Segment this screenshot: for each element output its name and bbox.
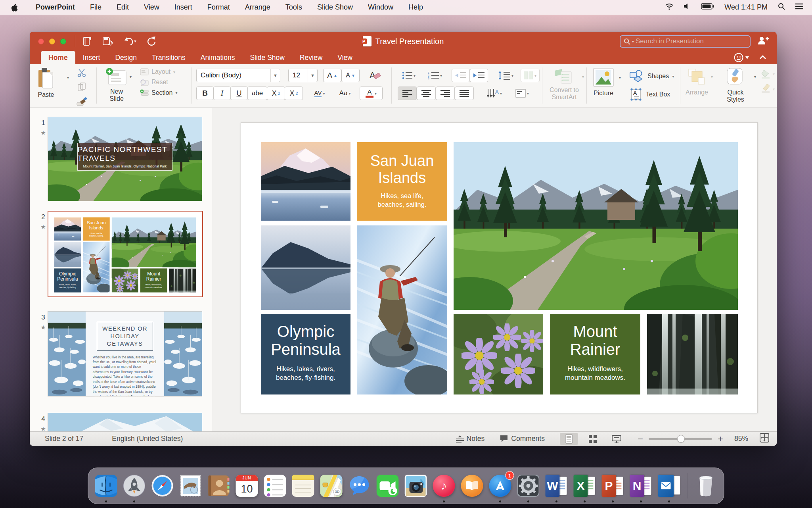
strikethrough-button[interactable]: abe bbox=[247, 87, 267, 100]
align-right-button[interactable] bbox=[436, 87, 455, 100]
zoom-button[interactable] bbox=[60, 38, 66, 44]
underline-button[interactable]: U bbox=[230, 87, 248, 100]
tab-animations[interactable]: Animations bbox=[193, 51, 243, 64]
thumbnail-slide-3[interactable]: 3 ★ WEEKEND OR HOLIDAY GETAWAYS Whether … bbox=[38, 311, 202, 396]
layout-button[interactable]: Layout▾ bbox=[140, 68, 177, 75]
bold-button[interactable]: B bbox=[196, 87, 214, 100]
menu-file[interactable]: File bbox=[82, 3, 109, 12]
tab-transitions[interactable]: Transitions bbox=[144, 51, 193, 64]
thumbnail-slide-1[interactable]: 1 ★ PACIFIC NORTHWEST TRAVELS Mount Rain… bbox=[38, 117, 202, 201]
increase-indent-button[interactable] bbox=[470, 69, 488, 82]
shape-outline-icon[interactable]: ▾ bbox=[761, 84, 775, 94]
cut-icon[interactable] bbox=[77, 68, 86, 79]
menu-format[interactable]: Format bbox=[200, 3, 237, 12]
tab-insert[interactable]: Insert bbox=[75, 51, 108, 64]
columns-button[interactable]: ▾ bbox=[521, 69, 540, 82]
photo-fly-fisherman[interactable] bbox=[357, 225, 447, 394]
dock-messages-icon[interactable] bbox=[347, 473, 372, 498]
search-input[interactable] bbox=[636, 37, 747, 45]
menu-app-name[interactable]: PowerPoint bbox=[28, 3, 82, 12]
menu-help[interactable]: Help bbox=[401, 3, 431, 12]
menu-view[interactable]: View bbox=[136, 3, 167, 12]
shapes-button[interactable]: Shapes▾ bbox=[629, 70, 674, 83]
increase-font-button[interactable]: A▲ bbox=[323, 69, 341, 82]
tab-slide-show[interactable]: Slide Show bbox=[242, 51, 292, 64]
spotlight-icon[interactable] bbox=[778, 3, 785, 12]
paste-caret[interactable]: ▾ bbox=[67, 75, 69, 80]
arrange-button[interactable]: ▾ Arrange bbox=[686, 67, 708, 96]
superscript-button[interactable]: X2 bbox=[267, 87, 285, 100]
font-name-combo[interactable]: Calibri (Body)▼ bbox=[196, 69, 280, 82]
zoom-slider[interactable] bbox=[649, 438, 712, 440]
italic-button[interactable]: I bbox=[213, 87, 231, 100]
normal-view-button[interactable] bbox=[560, 433, 578, 445]
dock-maps-icon[interactable]: 3D bbox=[319, 473, 344, 498]
zoom-out-button[interactable]: − bbox=[638, 433, 643, 444]
format-painter-icon[interactable] bbox=[77, 97, 87, 108]
save-icon[interactable] bbox=[102, 36, 113, 46]
dock-reminders-icon[interactable] bbox=[263, 473, 287, 498]
photo-waterfall[interactable] bbox=[647, 314, 738, 394]
dock-notes-icon[interactable] bbox=[291, 473, 316, 498]
wifi-icon[interactable] bbox=[665, 3, 674, 12]
dock-trash-icon[interactable] bbox=[694, 473, 718, 498]
copy-icon[interactable] bbox=[77, 82, 86, 93]
undo-icon[interactable] bbox=[123, 37, 136, 46]
slideshow-view-button[interactable] bbox=[607, 433, 626, 445]
dock-onenote-icon[interactable]: N bbox=[629, 473, 653, 498]
photo-mountain-bay[interactable] bbox=[261, 142, 350, 221]
apple-menu[interactable] bbox=[11, 4, 18, 12]
new-slide-button[interactable]: New Slide bbox=[103, 67, 130, 103]
search-box[interactable]: ▾ bbox=[620, 35, 751, 48]
line-spacing-button[interactable]: ▾ bbox=[494, 69, 518, 82]
comments-button[interactable]: Comments bbox=[500, 435, 545, 443]
change-case-button[interactable]: Aa▾ bbox=[333, 87, 356, 100]
bullets-button[interactable]: ▾ bbox=[398, 69, 420, 82]
dock-word-icon[interactable]: W bbox=[544, 473, 569, 498]
collapse-ribbon-icon[interactable] bbox=[759, 54, 766, 61]
menu-edit[interactable]: Edit bbox=[109, 3, 136, 12]
menu-insert[interactable]: Insert bbox=[167, 3, 200, 12]
menu-slide-show[interactable]: Slide Show bbox=[310, 3, 360, 12]
dock-ibooks-icon[interactable] bbox=[460, 473, 485, 498]
align-left-button[interactable] bbox=[398, 87, 417, 100]
menu-clock[interactable]: Wed 1:41 PM bbox=[724, 3, 768, 12]
justify-button[interactable] bbox=[455, 87, 474, 100]
notification-center-icon[interactable] bbox=[795, 3, 803, 12]
volume-icon[interactable] bbox=[684, 3, 691, 12]
character-spacing-button[interactable]: AV▾ bbox=[307, 87, 332, 100]
text-direction-button[interactable]: A ▾ bbox=[482, 87, 507, 100]
dock-finder-icon[interactable] bbox=[94, 473, 119, 498]
font-size-combo[interactable]: 12▼ bbox=[288, 69, 318, 82]
redo-icon[interactable] bbox=[146, 36, 156, 46]
decrease-indent-button[interactable] bbox=[452, 69, 470, 82]
picture-caret[interactable]: ▾ bbox=[619, 75, 621, 80]
dock-outlook-icon[interactable] bbox=[657, 473, 682, 498]
decrease-font-button[interactable]: A▼ bbox=[341, 69, 360, 82]
dock-safari-icon[interactable] bbox=[150, 473, 175, 498]
zoom-slider-thumb[interactable] bbox=[677, 435, 685, 443]
notes-button[interactable]: Notes bbox=[456, 435, 485, 443]
battery-icon[interactable] bbox=[701, 3, 714, 12]
menu-arrange[interactable]: Arrange bbox=[237, 3, 278, 12]
dock-calendar-icon[interactable]: JUN 10 bbox=[235, 473, 259, 498]
search-scope-caret[interactable]: ▾ bbox=[632, 39, 634, 44]
menu-tools[interactable]: Tools bbox=[278, 3, 310, 12]
shape-fill-icon[interactable]: ▾ bbox=[761, 69, 775, 79]
convert-smartart-button[interactable]: ▾ Convert to SmartArt bbox=[545, 68, 583, 101]
dock-photo-booth-icon[interactable] bbox=[404, 473, 428, 498]
tab-home[interactable]: Home bbox=[41, 51, 75, 64]
tab-review[interactable]: Review bbox=[292, 51, 330, 64]
tab-view[interactable]: View bbox=[330, 51, 360, 64]
slide-sorter-view-button[interactable] bbox=[584, 433, 602, 445]
san-juan-block[interactable]: San Juan Islands Hikes, sea life, beache… bbox=[357, 142, 447, 221]
fit-slide-to-window-button[interactable] bbox=[759, 433, 770, 445]
dock-launchpad-icon[interactable] bbox=[122, 473, 147, 498]
titlebar[interactable]: Travel Presentation ▾ bbox=[30, 32, 777, 51]
zoom-percentage[interactable]: 85% bbox=[734, 435, 748, 443]
clear-formatting-button[interactable]: A bbox=[365, 69, 384, 82]
quick-styles-button[interactable]: ▾ Quick Styles bbox=[720, 67, 751, 104]
align-text-button[interactable]: ▾ bbox=[509, 87, 535, 100]
dock-system-preferences-icon[interactable] bbox=[516, 473, 541, 498]
feedback-smiley-icon[interactable] bbox=[733, 52, 749, 63]
